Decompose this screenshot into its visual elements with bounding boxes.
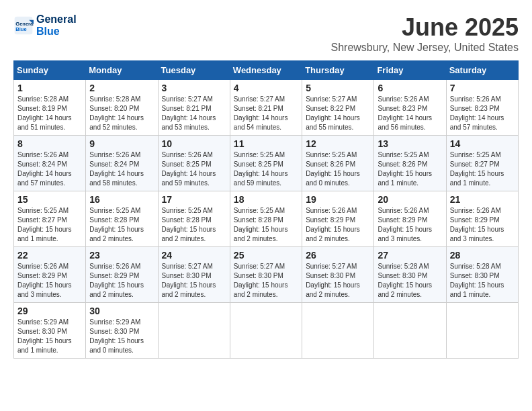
day-number: 16: [89, 194, 154, 205]
day-info: Sunrise: 5:27 AM Sunset: 8:22 PM Dayligh…: [306, 95, 370, 132]
calendar-cell: 23Sunrise: 5:26 AM Sunset: 8:29 PM Dayli…: [86, 247, 158, 303]
calendar-cell: 5Sunrise: 5:27 AM Sunset: 8:22 PM Daylig…: [302, 80, 374, 136]
day-info: Sunrise: 5:26 AM Sunset: 8:29 PM Dayligh…: [17, 262, 82, 300]
day-number: 3: [162, 83, 226, 93]
day-number: 1: [17, 83, 82, 93]
calendar-cell: 11Sunrise: 5:25 AM Sunset: 8:25 PM Dayli…: [230, 136, 302, 191]
weekday-header-sunday: Sunday: [14, 61, 86, 80]
day-number: 23: [89, 250, 154, 261]
calendar-cell: 1Sunrise: 5:28 AM Sunset: 8:19 PM Daylig…: [14, 80, 86, 136]
calendar-cell: 30Sunrise: 5:29 AM Sunset: 8:30 PM Dayli…: [86, 303, 158, 359]
day-number: 7: [450, 83, 515, 93]
day-number: 20: [378, 194, 442, 205]
day-number: 30: [89, 306, 154, 316]
day-info: Sunrise: 5:26 AM Sunset: 8:25 PM Dayligh…: [162, 150, 226, 188]
logo-text-general: General: [36, 13, 77, 26]
day-number: 22: [17, 250, 82, 261]
day-number: 9: [89, 138, 154, 149]
weekday-header-friday: Friday: [374, 61, 446, 80]
day-number: 25: [234, 250, 298, 261]
day-info: Sunrise: 5:28 AM Sunset: 8:19 PM Dayligh…: [17, 95, 82, 132]
calendar-cell: 15Sunrise: 5:25 AM Sunset: 8:27 PM Dayli…: [14, 191, 86, 247]
day-info: Sunrise: 5:26 AM Sunset: 8:24 PM Dayligh…: [17, 150, 82, 188]
day-info: Sunrise: 5:25 AM Sunset: 8:27 PM Dayligh…: [17, 206, 82, 244]
calendar-cell: 28Sunrise: 5:28 AM Sunset: 8:30 PM Dayli…: [446, 247, 518, 303]
day-info: Sunrise: 5:26 AM Sunset: 8:23 PM Dayligh…: [378, 95, 442, 132]
calendar-cell: 22Sunrise: 5:26 AM Sunset: 8:29 PM Dayli…: [14, 247, 86, 303]
calendar-cell: 6Sunrise: 5:26 AM Sunset: 8:23 PM Daylig…: [374, 80, 446, 136]
day-info: Sunrise: 5:25 AM Sunset: 8:28 PM Dayligh…: [234, 206, 298, 244]
logo-icon: General Blue: [13, 15, 34, 36]
calendar-cell: 8Sunrise: 5:26 AM Sunset: 8:24 PM Daylig…: [14, 136, 86, 191]
day-number: 5: [306, 83, 370, 93]
day-number: 2: [89, 83, 154, 93]
calendar-cell: [374, 303, 446, 359]
weekday-header-tuesday: Tuesday: [158, 61, 230, 80]
day-number: 14: [450, 138, 515, 149]
day-number: 26: [306, 250, 370, 261]
day-number: 17: [162, 194, 226, 205]
calendar-cell: 26Sunrise: 5:27 AM Sunset: 8:30 PM Dayli…: [302, 247, 374, 303]
day-number: 28: [450, 250, 515, 261]
day-number: 6: [378, 83, 442, 93]
calendar-cell: 16Sunrise: 5:25 AM Sunset: 8:28 PM Dayli…: [86, 191, 158, 247]
weekday-header-wednesday: Wednesday: [230, 61, 302, 80]
page-header: General Blue General Blue June 2025 Shre…: [13, 13, 519, 54]
day-info: Sunrise: 5:25 AM Sunset: 8:26 PM Dayligh…: [306, 150, 370, 188]
month-title: June 2025: [330, 13, 519, 42]
calendar-cell: 12Sunrise: 5:25 AM Sunset: 8:26 PM Dayli…: [302, 136, 374, 191]
day-info: Sunrise: 5:29 AM Sunset: 8:30 PM Dayligh…: [17, 318, 82, 355]
day-number: 15: [17, 194, 82, 205]
weekday-header-monday: Monday: [86, 61, 158, 80]
day-info: Sunrise: 5:28 AM Sunset: 8:20 PM Dayligh…: [89, 95, 154, 132]
day-info: Sunrise: 5:25 AM Sunset: 8:27 PM Dayligh…: [450, 150, 515, 188]
calendar-week-row: 8Sunrise: 5:26 AM Sunset: 8:24 PM Daylig…: [14, 136, 519, 191]
day-info: Sunrise: 5:25 AM Sunset: 8:26 PM Dayligh…: [378, 150, 442, 188]
calendar-cell: [230, 303, 302, 359]
calendar-cell: 7Sunrise: 5:26 AM Sunset: 8:23 PM Daylig…: [446, 80, 518, 136]
location-title: Shrewsbury, New Jersey, United States: [330, 42, 519, 54]
day-info: Sunrise: 5:27 AM Sunset: 8:30 PM Dayligh…: [162, 262, 226, 300]
logo-text-blue: Blue: [36, 26, 77, 38]
day-info: Sunrise: 5:27 AM Sunset: 8:30 PM Dayligh…: [234, 262, 298, 300]
day-info: Sunrise: 5:25 AM Sunset: 8:28 PM Dayligh…: [89, 206, 154, 244]
day-number: 11: [234, 138, 298, 149]
calendar-cell: 2Sunrise: 5:28 AM Sunset: 8:20 PM Daylig…: [86, 80, 158, 136]
day-number: 29: [17, 306, 82, 316]
calendar-table: SundayMondayTuesdayWednesdayThursdayFrid…: [13, 60, 519, 359]
day-number: 19: [306, 194, 370, 205]
calendar-cell: 20Sunrise: 5:26 AM Sunset: 8:29 PM Dayli…: [374, 191, 446, 247]
day-number: 8: [17, 138, 82, 149]
weekday-header-saturday: Saturday: [446, 61, 518, 80]
calendar-week-row: 22Sunrise: 5:26 AM Sunset: 8:29 PM Dayli…: [14, 247, 519, 303]
day-number: 12: [306, 138, 370, 149]
day-info: Sunrise: 5:27 AM Sunset: 8:21 PM Dayligh…: [234, 95, 298, 132]
day-number: 13: [378, 138, 442, 149]
svg-text:Blue: Blue: [15, 26, 26, 32]
calendar-cell: 25Sunrise: 5:27 AM Sunset: 8:30 PM Dayli…: [230, 247, 302, 303]
day-info: Sunrise: 5:27 AM Sunset: 8:21 PM Dayligh…: [162, 95, 226, 132]
day-number: 10: [162, 138, 226, 149]
calendar-cell: 29Sunrise: 5:29 AM Sunset: 8:30 PM Dayli…: [14, 303, 86, 359]
calendar-cell: 13Sunrise: 5:25 AM Sunset: 8:26 PM Dayli…: [374, 136, 446, 191]
logo: General Blue General Blue: [13, 13, 77, 38]
day-info: Sunrise: 5:28 AM Sunset: 8:30 PM Dayligh…: [450, 262, 515, 300]
calendar-cell: 27Sunrise: 5:28 AM Sunset: 8:30 PM Dayli…: [374, 247, 446, 303]
day-number: 4: [234, 83, 298, 93]
calendar-cell: 4Sunrise: 5:27 AM Sunset: 8:21 PM Daylig…: [230, 80, 302, 136]
calendar-cell: 18Sunrise: 5:25 AM Sunset: 8:28 PM Dayli…: [230, 191, 302, 247]
calendar-cell: [158, 303, 230, 359]
calendar-cell: 10Sunrise: 5:26 AM Sunset: 8:25 PM Dayli…: [158, 136, 230, 191]
day-info: Sunrise: 5:26 AM Sunset: 8:29 PM Dayligh…: [89, 262, 154, 300]
day-number: 24: [162, 250, 226, 261]
day-number: 21: [450, 194, 515, 205]
weekday-header-row: SundayMondayTuesdayWednesdayThursdayFrid…: [14, 61, 519, 80]
calendar-cell: 14Sunrise: 5:25 AM Sunset: 8:27 PM Dayli…: [446, 136, 518, 191]
day-number: 18: [234, 194, 298, 205]
day-info: Sunrise: 5:26 AM Sunset: 8:24 PM Dayligh…: [89, 150, 154, 188]
day-info: Sunrise: 5:25 AM Sunset: 8:28 PM Dayligh…: [162, 206, 226, 244]
day-info: Sunrise: 5:27 AM Sunset: 8:30 PM Dayligh…: [306, 262, 370, 300]
day-number: 27: [378, 250, 442, 261]
day-info: Sunrise: 5:26 AM Sunset: 8:29 PM Dayligh…: [450, 206, 515, 244]
calendar-cell: 17Sunrise: 5:25 AM Sunset: 8:28 PM Dayli…: [158, 191, 230, 247]
